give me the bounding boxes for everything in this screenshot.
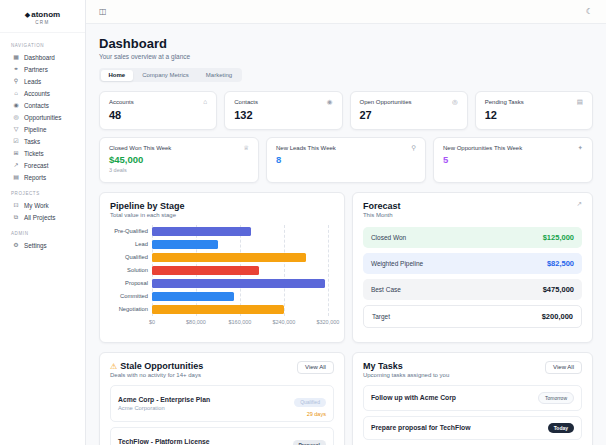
bar-lead	[152, 240, 218, 249]
trophy-icon: ♕	[243, 145, 249, 152]
opportunity-name: TechFlow - Platform License	[118, 438, 210, 445]
y-tick-label: Negotiation	[110, 306, 152, 312]
chart-row: Proposal	[110, 277, 334, 290]
forecast-row-best-case: Best Case$475,000	[363, 279, 582, 300]
sidebar-item-leads[interactable]: ⚲Leads	[9, 75, 76, 87]
due-badge: Tomorrow	[538, 392, 574, 404]
opportunity-company: Acme Corporation	[118, 405, 210, 411]
forecast-card: Forecast This Month ↗ Closed Won$125,000…	[352, 192, 593, 343]
sidebar-nav: Navigation ▦Dashboard ⚭Partners ⚲Leads ⌂…	[0, 33, 85, 253]
sidebar-toggle-icon[interactable]: ◫	[99, 8, 107, 16]
nav-section-navigation: Navigation	[11, 43, 76, 48]
sidebar-item-reports[interactable]: ▤Reports	[9, 171, 76, 183]
sidebar-item-label: Settings	[24, 242, 47, 249]
sidebar-item-contacts[interactable]: ◉Contacts	[9, 99, 76, 111]
sidebar-item-label: Pipeline	[24, 126, 46, 133]
task-row-follow-up-acme[interactable]: Follow up with Acme Corp Tomorrow	[363, 385, 582, 411]
stat-label: Contacts	[234, 99, 258, 105]
user-plus-icon: ⚲	[411, 145, 416, 152]
sidebar-item-label: All Projects	[24, 214, 56, 221]
sidebar-item-my-work[interactable]: ⊡My Work	[9, 199, 76, 211]
sidebar-item-label: Opportunities	[24, 114, 61, 121]
tab-company-metrics[interactable]: Company Metrics	[134, 70, 197, 81]
card-new-leads-week: New Leads This Week⚲ 8	[266, 137, 426, 183]
chart-row: Lead	[110, 238, 334, 251]
forecast-row-closed-won: Closed Won$125,000	[363, 227, 582, 248]
brand-name: atonom	[31, 10, 60, 19]
bar-committed	[152, 292, 234, 301]
opportunity-row-acme[interactable]: Acme Corp - Enterprise PlanAcme Corporat…	[110, 385, 334, 423]
sidebar-item-dashboard[interactable]: ▦Dashboard	[9, 51, 76, 63]
chart-row: Pre-Qualified	[110, 225, 334, 238]
page-subtitle: Your sales overview at a glance	[99, 53, 593, 60]
card-label: New Leads This Week	[276, 145, 336, 151]
stale-days: 29 days	[294, 411, 326, 417]
x-tick-label: $0	[149, 319, 155, 325]
tab-marketing[interactable]: Marketing	[198, 70, 240, 81]
chart-row: Committed	[110, 290, 334, 303]
bottom-panels: ⚠Stale Opportunities Deals with no activ…	[99, 352, 593, 445]
target-icon: ◎	[12, 114, 20, 120]
forecast-value: $82,500	[547, 259, 574, 268]
nav-section-projects: Projects	[11, 191, 76, 196]
stat-card-pending-tasks: Pending Tasks▤ 12	[475, 91, 593, 130]
stat-card-open-opportunities: Open Opportunities◎ 27	[350, 91, 468, 130]
task-name: Prepare proposal for TechFlow	[371, 424, 471, 431]
sidebar-item-tickets[interactable]: ⊞Tickets	[9, 147, 76, 159]
pipeline-bar-chart: Pre-Qualified Lead Qualified Solution Pr…	[110, 225, 334, 328]
target-icon: ◎	[452, 99, 458, 106]
sidebar-item-label: Dashboard	[24, 54, 55, 61]
stat-label: Open Opportunities	[360, 99, 412, 105]
leads-icon: ⚲	[12, 78, 20, 84]
dashboard-content: Dashboard Your sales overview at a glanc…	[86, 24, 606, 445]
stale-opportunities-card: ⚠Stale Opportunities Deals with no activ…	[99, 352, 345, 445]
sidebar-item-settings[interactable]: ⚙Settings	[9, 239, 76, 251]
brand-logo-icon: ◆	[25, 11, 30, 18]
theme-toggle-moon-icon[interactable]: ☾	[586, 8, 593, 16]
stat-label: Pending Tasks	[485, 99, 524, 105]
sidebar-item-all-projects[interactable]: ⧉All Projects	[9, 211, 76, 223]
chart-row: Negotiation	[110, 303, 334, 316]
chart-row: Qualified	[110, 251, 334, 264]
task-name: Follow up with Acme Corp	[371, 394, 456, 401]
stat-value: 27	[360, 109, 458, 121]
brand-sub: CRM	[4, 20, 81, 25]
sidebar-item-pipeline[interactable]: ▽Pipeline	[9, 123, 76, 135]
x-tick-label: $80,000	[186, 319, 206, 325]
y-tick-label: Proposal	[110, 280, 152, 286]
stale-view-all-button[interactable]: View All	[297, 361, 334, 374]
opportunity-name: Acme Corp - Enterprise Plan	[118, 396, 210, 403]
pipeline-chart-card: Pipeline by Stage Total value in each st…	[99, 192, 345, 343]
tasks-view-all-button[interactable]: View All	[545, 361, 582, 374]
sidebar-item-forecast[interactable]: ↗Forecast	[9, 159, 76, 171]
folder-icon: ⧉	[12, 214, 20, 220]
forecast-row-weighted-pipeline: Weighted Pipeline$82,500	[363, 253, 582, 274]
brand-logo[interactable]: ◆atonom CRM	[0, 7, 85, 33]
card-label: Closed Won This Week	[109, 145, 171, 151]
y-tick-label: Qualified	[110, 254, 152, 260]
sidebar-item-opportunities[interactable]: ◎Opportunities	[9, 111, 76, 123]
dashboard-icon: ▦	[12, 54, 20, 60]
task-row-proposal-techflow[interactable]: Prepare proposal for TechFlow Today	[363, 416, 582, 440]
stat-value: 48	[109, 109, 207, 121]
gear-icon: ⚙	[12, 242, 20, 248]
sidebar-item-partners[interactable]: ⚭Partners	[9, 63, 76, 75]
page-title: Dashboard	[99, 36, 593, 51]
card-value: 8	[276, 154, 416, 165]
tasks-subtitle: Upcoming tasks assigned to you	[363, 372, 449, 378]
checkbox-icon: ☑	[12, 138, 20, 144]
middle-panels: Pipeline by Stage Total value in each st…	[99, 192, 593, 343]
sidebar: ◆atonom CRM Navigation ▦Dashboard ⚭Partn…	[0, 0, 86, 445]
funnel-icon: ▽	[12, 126, 20, 132]
sidebar-item-accounts[interactable]: ⌂Accounts	[9, 87, 76, 99]
card-value: $45,000	[109, 154, 249, 165]
stale-subtitle: Deals with no activity for 14+ days	[110, 372, 203, 378]
card-new-opportunities-week: New Opportunities This Week✦ 5	[433, 137, 593, 183]
chart-row: Solution	[110, 264, 334, 277]
opportunity-row-techflow[interactable]: TechFlow - Platform LicenseTechFlow Solu…	[110, 427, 334, 445]
y-tick-label: Lead	[110, 241, 152, 247]
sidebar-item-tasks[interactable]: ☑Tasks	[9, 135, 76, 147]
bar-pre-qualified	[152, 227, 251, 236]
tab-home[interactable]: Home	[101, 70, 134, 81]
sidebar-item-label: Partners	[24, 66, 48, 73]
